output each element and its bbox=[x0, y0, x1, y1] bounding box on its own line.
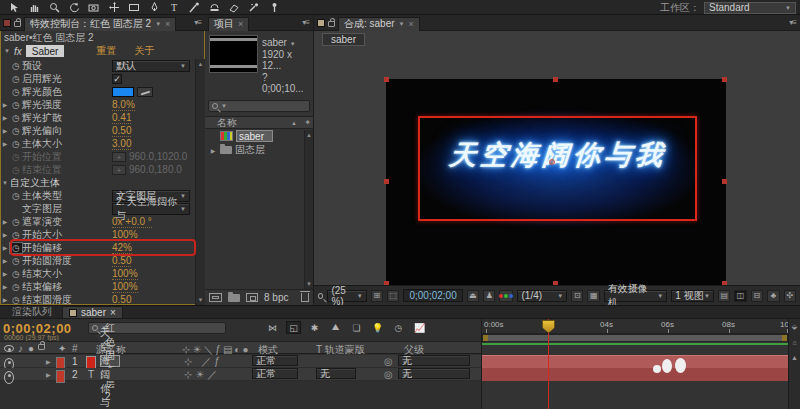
item-name[interactable]: 固态层 bbox=[235, 143, 265, 157]
effect-panel-scrollbar[interactable]: ▲ ▼ bbox=[195, 59, 205, 305]
work-area-bar[interactable] bbox=[482, 334, 788, 342]
property-value[interactable]: 0x +0.0 ° bbox=[112, 216, 152, 228]
effect-property-row[interactable]: ▶◷结束偏移100% bbox=[0, 280, 195, 293]
parent-pickwhip-icon[interactable]: ◎ bbox=[384, 368, 393, 381]
stopwatch-icon[interactable]: ◷ bbox=[10, 165, 22, 175]
timeline-columns-header[interactable]: ♪ ● ✦ # 源名称 ⊹☀＼ƒ▤◐● 模式 T 轨道蒙版 父级 bbox=[0, 341, 481, 354]
tab-project[interactable]: 项目 × bbox=[208, 17, 249, 31]
stopwatch-icon[interactable]: ◷ bbox=[10, 74, 22, 84]
time-ruler[interactable]: 0:00s04s06s08s10s bbox=[482, 319, 788, 334]
clone-stamp-tool-icon[interactable] bbox=[206, 1, 222, 14]
camera-tool-icon[interactable] bbox=[86, 1, 102, 14]
effect-property-row[interactable]: ▼自定义主体 bbox=[0, 176, 195, 189]
stopwatch-icon[interactable]: ◷ bbox=[10, 269, 22, 279]
composition-frame[interactable]: 天空海阔你与我 bbox=[386, 79, 726, 285]
timeline-button-icon[interactable]: ⊟ bbox=[751, 290, 763, 302]
viewer-comp-subtab[interactable]: saber bbox=[322, 33, 365, 46]
scroll-down-icon[interactable]: ▼ bbox=[306, 281, 312, 287]
expand-arrow-icon[interactable]: ▶ bbox=[0, 296, 10, 303]
reset-button[interactable]: 重置 bbox=[96, 44, 116, 58]
brainstorm-icon[interactable]: 💡 bbox=[370, 321, 385, 334]
scroll-down-icon[interactable]: ▼ bbox=[198, 297, 204, 303]
selection-handle[interactable] bbox=[384, 77, 389, 82]
property-value[interactable]: 42% bbox=[112, 242, 132, 254]
property-value[interactable]: 0.41 bbox=[112, 112, 131, 124]
selection-tool-icon[interactable] bbox=[6, 1, 22, 14]
close-icon[interactable]: × bbox=[110, 307, 116, 318]
property-dropdown[interactable]: 2. 天空海阔你与▼ bbox=[112, 203, 190, 215]
stopwatch-icon[interactable]: ◷ bbox=[10, 126, 22, 136]
selection-handle[interactable] bbox=[722, 179, 727, 184]
zoom-tool-icon[interactable] bbox=[46, 1, 62, 14]
auto-keyframe-icon[interactable]: ◷ bbox=[391, 321, 406, 334]
eraser-tool-icon[interactable] bbox=[226, 1, 242, 14]
stopwatch-icon[interactable]: ◷ bbox=[10, 191, 22, 201]
position-crosshair-icon[interactable]: + bbox=[112, 165, 126, 175]
type-tool-icon[interactable]: T bbox=[166, 1, 182, 14]
panel-menu-icon[interactable]: ▾≡ bbox=[194, 18, 201, 27]
project-scrollbar[interactable]: ▲ ▼ bbox=[304, 130, 313, 289]
project-item-saber[interactable]: saber♣ bbox=[205, 129, 313, 143]
scroll-up-icon[interactable]: ▲ bbox=[306, 132, 312, 138]
resolution-select[interactable]: (1/4)▼ bbox=[517, 290, 567, 302]
expand-arrow-icon[interactable]: ▶ bbox=[0, 257, 10, 264]
property-value[interactable]: 100% bbox=[112, 268, 138, 280]
expand-arrow-icon[interactable]: ▶ bbox=[0, 140, 10, 147]
expand-arrow-icon[interactable]: ▶ bbox=[46, 368, 51, 381]
effect-property-row[interactable]: ▶◷遮罩演变0x +0.0 ° bbox=[0, 215, 195, 228]
effect-property-row[interactable]: ▶◷辉光扩散0.41 bbox=[0, 111, 195, 124]
property-value[interactable]: 100% bbox=[112, 229, 138, 241]
transparency-grid-icon[interactable]: ▦ bbox=[587, 290, 599, 302]
pen-tool-icon[interactable] bbox=[146, 1, 162, 14]
interpret-footage-icon[interactable] bbox=[209, 293, 222, 302]
hide-shy-layers-icon[interactable]: ✱ bbox=[307, 321, 322, 334]
close-icon[interactable]: × bbox=[409, 19, 414, 29]
effect-property-row[interactable]: ◷开始位置+960.0,1020.0 bbox=[0, 150, 195, 163]
property-value[interactable]: 960.0,1020.0 bbox=[129, 151, 187, 162]
view-layout-select[interactable]: 1 视图▼ bbox=[671, 290, 714, 302]
effect-property-row[interactable]: ◷结束位置+960.0,180.0 bbox=[0, 163, 195, 176]
brush-tool-icon[interactable] bbox=[186, 1, 202, 14]
stopwatch-icon[interactable]: ◷ bbox=[10, 152, 22, 162]
project-columns-header[interactable]: 名称 ▲ ✦ bbox=[205, 116, 313, 129]
show-snapshot-icon[interactable]: ♟ bbox=[483, 290, 495, 302]
motion-blur-icon[interactable]: ❏ bbox=[349, 321, 364, 334]
roi-toggle-icon[interactable]: ⊡ bbox=[571, 290, 583, 302]
layer-bar-2[interactable] bbox=[482, 368, 788, 381]
stopwatch-icon[interactable]: ◷ bbox=[10, 217, 22, 227]
property-value[interactable]: 960.0,180.0 bbox=[129, 164, 182, 175]
stopwatch-icon[interactable]: ◷ bbox=[10, 61, 22, 71]
tab-render-queue[interactable]: 渲染队列 bbox=[4, 306, 60, 318]
stopwatch-icon[interactable]: ◷ bbox=[10, 87, 22, 97]
camera-view-select[interactable]: 有效摄像机▼ bbox=[604, 290, 667, 302]
composition-mini-flowchart-icon[interactable]: ⋈ bbox=[265, 321, 280, 334]
effect-property-row[interactable]: ▶◷开始圆滑度0.50 bbox=[0, 254, 195, 267]
expand-arrow-icon[interactable]: ▶ bbox=[0, 270, 10, 277]
region-of-interest-icon[interactable]: ⬚ bbox=[387, 290, 399, 302]
property-value[interactable]: 0.50 bbox=[112, 294, 131, 306]
graph-editor-icon[interactable]: 📈 bbox=[412, 321, 427, 334]
tab-composition[interactable]: 合成: saber ▼ × bbox=[338, 17, 420, 31]
stopwatch-icon[interactable]: ◷ bbox=[10, 243, 22, 253]
effect-name[interactable]: Saber bbox=[26, 45, 65, 57]
project-item-固态层[interactable]: ▶固态层 bbox=[205, 143, 313, 157]
layer-bar-1[interactable] bbox=[482, 355, 788, 368]
expand-arrow-icon[interactable]: ▶ bbox=[0, 283, 10, 290]
stopwatch-icon[interactable]: ◷ bbox=[10, 230, 22, 240]
stopwatch-icon[interactable]: ◷ bbox=[10, 100, 22, 110]
draft-3d-icon[interactable]: ◱ bbox=[286, 321, 301, 334]
stopwatch-icon[interactable]: ◷ bbox=[10, 113, 22, 123]
expand-arrow-icon[interactable]: ▶ bbox=[0, 127, 10, 134]
scroll-up-icon[interactable]: ▲ bbox=[791, 354, 798, 361]
layer-switches[interactable]: ⊹☀／ bbox=[184, 368, 220, 381]
layer-switches[interactable]: ⊹ ／ƒ bbox=[184, 355, 223, 368]
property-value[interactable]: 0.50 bbox=[112, 255, 131, 267]
effect-property-row[interactable]: ▶◷开始偏移42% bbox=[0, 241, 195, 254]
new-folder-icon[interactable] bbox=[228, 294, 240, 302]
tab-effect-controls[interactable]: 特效控制台：红色 固态层 2 ▼ × bbox=[24, 17, 176, 31]
frame-blending-icon[interactable]: ⛰ bbox=[328, 321, 343, 334]
name-column-header[interactable]: 名称 bbox=[217, 116, 237, 130]
item-name[interactable]: saber bbox=[236, 130, 273, 142]
effect-property-row[interactable]: ◷预设默认▼ bbox=[0, 59, 195, 72]
stopwatch-icon[interactable]: ◷ bbox=[10, 256, 22, 266]
